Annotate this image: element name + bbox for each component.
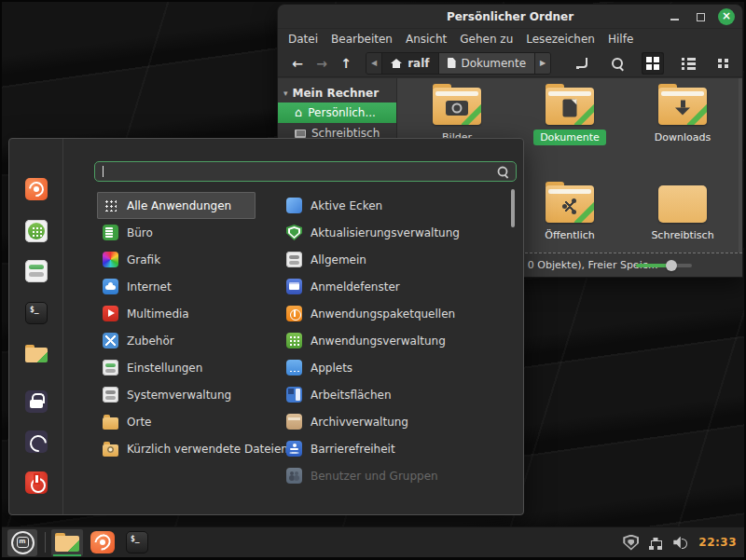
system-settings-button[interactable] — [25, 260, 48, 282]
terminal-icon — [126, 531, 148, 553]
menu-search — [94, 161, 517, 182]
app-aktualisierungsverwaltung[interactable]: Aktualisierungsverwaltung — [281, 219, 514, 246]
category-label: Internet — [127, 280, 172, 294]
category-büro[interactable]: Büro — [97, 219, 256, 246]
taskbar-separator — [45, 532, 46, 553]
menu-button[interactable]: m — [7, 529, 37, 556]
menubar-item-hilfe[interactable]: Hilfe — [601, 31, 640, 48]
file-dokumente[interactable]: Dokumente — [518, 84, 621, 145]
app-anwendungspaketquellen[interactable]: Anwendungspaketquellen — [281, 300, 514, 327]
app-arbeitsflächen[interactable]: Arbeitsflächen — [281, 381, 514, 408]
terminal-button[interactable] — [25, 302, 48, 324]
preferences-icon — [103, 360, 118, 376]
file-schreibtisch[interactable]: Schreibtisch — [631, 182, 734, 243]
menubar-item-datei[interactable]: Datei — [282, 31, 325, 48]
menubar-item-gehen-zu[interactable]: Gehen zu — [453, 31, 519, 48]
file-label: Öffentlich — [538, 227, 601, 243]
file-manager-button[interactable] — [25, 341, 48, 363]
breadcrumb-next-button[interactable]: ▶ — [535, 53, 550, 74]
folder-icon — [658, 88, 707, 125]
file-downloads[interactable]: Downloads — [631, 84, 734, 145]
app-label: Arbeitsflächen — [311, 389, 392, 402]
menubar-item-bearbeiten[interactable]: Bearbeiten — [325, 31, 399, 48]
taskbar-firefox-launcher[interactable] — [87, 529, 118, 556]
maximize-button[interactable] — [692, 8, 709, 25]
shield-icon[interactable] — [623, 535, 639, 551]
places-icon — [103, 417, 118, 430]
firefox-button[interactable] — [25, 178, 48, 200]
logout-button[interactable] — [25, 430, 48, 453]
category-kürzlich-verwendete-dateien[interactable]: Kürzlich verwendete Dateien — [97, 435, 256, 462]
category-orte[interactable]: Orte — [97, 408, 256, 435]
sidebar-section-computer[interactable]: ▾ Mein Rechner — [278, 84, 396, 102]
app-label: Barrierefreiheit — [311, 443, 395, 456]
category-einstellungen[interactable]: Einstellungen — [97, 354, 256, 381]
breadcrumb-home[interactable]: ralf — [382, 53, 438, 74]
lock-screen-button[interactable] — [25, 390, 48, 413]
hot-corners-icon — [286, 198, 302, 213]
category-multimedia[interactable]: Multimedia — [97, 300, 256, 327]
close-button[interactable]: × — [718, 8, 735, 25]
search-button[interactable] — [606, 52, 629, 75]
category-internet[interactable]: Internet — [97, 273, 256, 300]
category-label: Alle Anwendungen — [127, 199, 231, 212]
volume-icon[interactable] — [673, 535, 689, 551]
app-anwendungsverwaltung[interactable]: Anwendungsverwaltung — [281, 327, 514, 354]
app-allgemein[interactable]: Allgemein — [281, 246, 514, 273]
compact-view-icon — [718, 58, 730, 69]
menu-search-input[interactable] — [95, 162, 516, 181]
taskbar-terminal-launcher[interactable] — [122, 529, 152, 556]
breadcrumb: ◀ ralf Dokumente ▶ — [366, 52, 551, 75]
expander-icon[interactable]: ▾ — [283, 89, 288, 98]
administration-icon — [103, 387, 118, 403]
app-barrierefreiheit[interactable]: Barrierefreiheit — [281, 435, 514, 462]
edit-location-button[interactable] — [571, 52, 593, 75]
breadcrumb-prev-button[interactable]: ◀ — [366, 53, 382, 74]
scrollbar-thumb[interactable] — [511, 189, 515, 227]
shutdown-button[interactable] — [25, 471, 48, 494]
download-emblem — [674, 101, 691, 116]
application-menu: Alle AnwendungenBüroGrafikInternetMultim… — [8, 138, 524, 515]
category-label: Multimedia — [127, 307, 189, 321]
menubar-item-lesezeichen[interactable]: Lesezeichen — [519, 31, 601, 48]
desktop: Persönlicher Ordner × DateiBearbeitenAns… — [0, 0, 746, 560]
icon-view-button[interactable] — [642, 52, 664, 75]
up-button[interactable]: ↑ — [334, 56, 358, 71]
zoom-slider-knob[interactable] — [666, 260, 677, 271]
app-label: Aktive Ecken — [311, 199, 382, 212]
file-öffentlich[interactable]: Öffentlich — [518, 182, 621, 243]
software-manager-button[interactable] — [25, 220, 48, 242]
software-manager-app-icon — [286, 333, 302, 348]
back-button[interactable]: ← — [285, 56, 310, 71]
category-grafik[interactable]: Grafik — [97, 246, 256, 273]
breadcrumb-current[interactable]: Dokumente — [439, 53, 536, 74]
app-label: Archivverwaltung — [311, 416, 408, 429]
menubar-item-ansicht[interactable]: Ansicht — [399, 31, 453, 48]
category-zubehör[interactable]: Zubehör — [97, 327, 256, 354]
category-alle-anwendungen[interactable]: Alle Anwendungen — [97, 192, 256, 219]
app-archivverwaltung[interactable]: Archivverwaltung — [281, 408, 514, 435]
document-emblem — [563, 100, 577, 117]
sidebar-item-home[interactable]: ⌂ Persönlich... — [278, 102, 396, 123]
taskbar-files-window[interactable] — [51, 529, 83, 556]
app-aktive-ecken[interactable]: Aktive Ecken — [281, 192, 514, 219]
file-bilder[interactable]: Bilder — [406, 84, 508, 145]
category-label: Kürzlich verwendete Dateien — [127, 443, 288, 456]
clock[interactable]: 22:33 — [698, 536, 737, 549]
general-icon — [286, 252, 302, 267]
zoom-slider[interactable] — [636, 264, 692, 267]
list-view-button[interactable] — [677, 52, 699, 75]
minimize-button[interactable] — [666, 8, 683, 25]
network-icon[interactable] — [648, 535, 664, 551]
compact-view-button[interactable] — [712, 52, 735, 75]
app-benutzer-und-gruppen[interactable]: Benutzer und Gruppen — [281, 462, 514, 489]
category-systemverwaltung[interactable]: Systemverwaltung — [97, 381, 256, 408]
application-list: Aktive EckenAktualisierungsverwaltungAll… — [281, 192, 514, 489]
share-emblem — [562, 198, 577, 213]
forward-button[interactable]: → — [310, 56, 334, 71]
app-applets[interactable]: Applets — [281, 354, 514, 381]
app-anmeldefenster[interactable]: Anmeldefenster — [281, 273, 514, 300]
app-label: Applets — [311, 362, 352, 375]
folder-icon — [433, 88, 481, 125]
titlebar[interactable]: Persönlicher Ordner × — [278, 5, 742, 29]
